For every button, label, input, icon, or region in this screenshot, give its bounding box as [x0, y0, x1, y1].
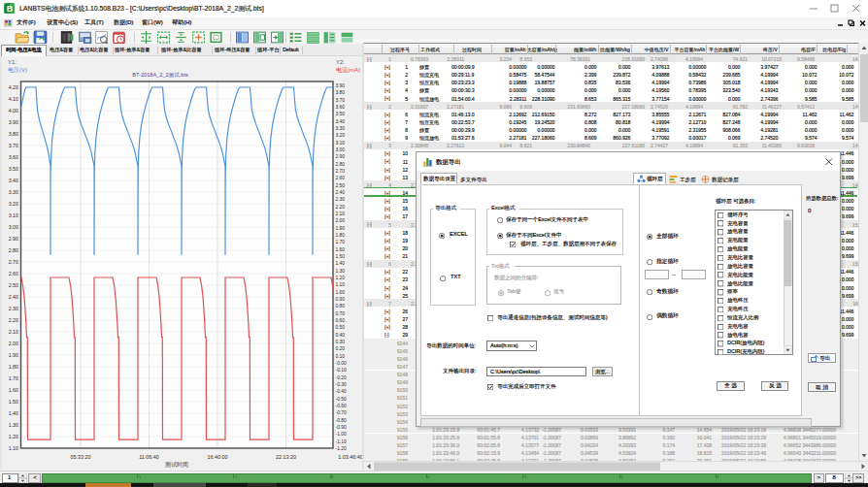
svg-text:3.70: 3.70: [9, 143, 18, 148]
svg-text:3.50: 3.50: [336, 112, 346, 116]
svg-text:2.40: 2.40: [336, 190, 346, 195]
svg-text:3.00: 3.00: [336, 147, 346, 152]
svg-text:3.60: 3.60: [9, 154, 18, 160]
svg-text:2.00: 2.00: [336, 218, 346, 223]
svg-text:1.80: 1.80: [336, 233, 346, 238]
svg-text:Y1:: Y1:: [8, 59, 17, 65]
svg-text:1.90: 1.90: [9, 352, 18, 358]
svg-text:1.20: 1.20: [336, 276, 346, 280]
svg-text:2.30: 2.30: [336, 197, 346, 202]
svg-text:2.70: 2.70: [9, 259, 18, 265]
svg-text:3.30: 3.30: [9, 189, 18, 195]
svg-text:3.10: 3.10: [9, 212, 18, 218]
svg-text:1.80: 1.80: [9, 364, 18, 370]
svg-text:3.60: 3.60: [336, 105, 346, 110]
svg-text:2.20: 2.20: [336, 205, 346, 210]
svg-text:3.90: 3.90: [9, 119, 18, 125]
svg-text:22:13:20: 22:13:20: [276, 454, 296, 460]
svg-text:0.90: 0.90: [336, 297, 346, 302]
svg-text:1.30: 1.30: [9, 422, 18, 428]
svg-text:0.50: 0.50: [336, 325, 346, 330]
svg-text:3.50: 3.50: [9, 166, 18, 172]
svg-text:11:06:40: 11:06:40: [139, 454, 159, 460]
svg-text:05:33:20: 05:33:20: [71, 454, 91, 460]
svg-text:4.20: 4.20: [9, 84, 18, 90]
svg-text:0.70: 0.70: [336, 311, 346, 316]
svg-text:3.70: 3.70: [336, 98, 346, 103]
svg-text:2.00: 2.00: [9, 341, 18, 346]
svg-text:3.00: 3.00: [9, 224, 18, 230]
svg-text:3.20: 3.20: [9, 201, 18, 207]
svg-text:3.10: 3.10: [336, 141, 346, 146]
svg-text:-0.20: -0.20: [336, 375, 347, 380]
svg-text:B: B: [7, 4, 14, 14]
svg-text:2.30: 2.30: [9, 306, 18, 311]
svg-text:1.10: 1.10: [336, 282, 346, 287]
svg-text:0.30: 0.30: [336, 340, 346, 344]
svg-text:2.80: 2.80: [9, 247, 18, 253]
svg-text:0.20: 0.20: [336, 346, 346, 351]
svg-text:0.40: 0.40: [336, 333, 346, 338]
svg-text:2.80: 2.80: [336, 162, 346, 167]
svg-text:-0.40: -0.40: [336, 389, 347, 394]
svg-text:2.60: 2.60: [9, 271, 18, 276]
svg-text:测试时间: 测试时间: [164, 461, 188, 469]
svg-text:1.40: 1.40: [336, 261, 346, 266]
svg-text:-1.20: -1.20: [336, 446, 347, 451]
svg-text:-0.80: -0.80: [336, 418, 347, 423]
svg-text:电流(mA): 电流(mA): [336, 66, 360, 74]
svg-text:-0.90: -0.90: [336, 425, 347, 430]
svg-text:1.70: 1.70: [9, 375, 18, 381]
svg-text:2.60: 2.60: [336, 176, 346, 180]
svg-text:2.40: 2.40: [9, 294, 18, 300]
svg-text:电压(V): 电压(V): [8, 66, 27, 73]
svg-text:1.20: 1.20: [9, 434, 18, 439]
svg-text:-1.00: -1.00: [336, 432, 347, 437]
svg-text:3.40: 3.40: [9, 178, 18, 183]
svg-text:2.10: 2.10: [9, 329, 18, 335]
svg-text:1.50: 1.50: [9, 399, 18, 405]
svg-text:-0.70: -0.70: [336, 410, 347, 415]
svg-text:0.10: 0.10: [336, 354, 346, 359]
svg-text:-1.10: -1.10: [336, 439, 347, 444]
svg-text:0.80: 0.80: [336, 304, 346, 308]
svg-text:3.90: 3.90: [336, 83, 346, 88]
svg-text:1.40: 1.40: [9, 410, 18, 416]
svg-text:1.03:46:40: 1.03:46:40: [338, 454, 362, 460]
svg-text:3.80: 3.80: [9, 131, 18, 137]
svg-text:1.60: 1.60: [336, 247, 346, 252]
svg-text:1.50: 1.50: [336, 254, 346, 259]
svg-text:1.70: 1.70: [336, 240, 346, 244]
svg-text:1.10: 1.10: [9, 445, 18, 451]
svg-text:2.10: 2.10: [336, 211, 346, 216]
svg-text:2.20: 2.20: [9, 317, 18, 323]
svg-text:3.30: 3.30: [336, 126, 346, 131]
svg-text:3.40: 3.40: [336, 119, 346, 124]
svg-text:-0.30: -0.30: [336, 382, 347, 387]
svg-text:1.60: 1.60: [9, 387, 18, 393]
svg-text:Y2:: Y2:: [336, 59, 345, 65]
svg-text:4.00: 4.00: [9, 108, 18, 114]
svg-text:2.70: 2.70: [336, 169, 346, 174]
svg-text:1.90: 1.90: [336, 226, 346, 231]
svg-text:-0.10: -0.10: [336, 368, 347, 373]
svg-text:2.90: 2.90: [9, 236, 18, 242]
svg-text:BT-2018A_2_2测试.bts: BT-2018A_2_2测试.bts: [132, 72, 188, 79]
svg-text:3.20: 3.20: [336, 133, 346, 138]
svg-text:-0.50: -0.50: [336, 397, 347, 402]
svg-text:1.00: 1.00: [336, 290, 346, 295]
svg-text:-0.60: -0.60: [336, 404, 347, 408]
svg-text:3.80: 3.80: [336, 90, 346, 95]
svg-text:2.50: 2.50: [336, 183, 346, 188]
svg-text:2.90: 2.90: [336, 154, 346, 159]
svg-text:0.60: 0.60: [336, 318, 346, 323]
svg-text:2.50: 2.50: [9, 282, 18, 288]
svg-text:4.10: 4.10: [9, 96, 18, 102]
svg-text:-0.00: -0.00: [336, 361, 347, 366]
svg-text:1.30: 1.30: [336, 269, 346, 274]
svg-text:16:40:00: 16:40:00: [208, 454, 228, 460]
